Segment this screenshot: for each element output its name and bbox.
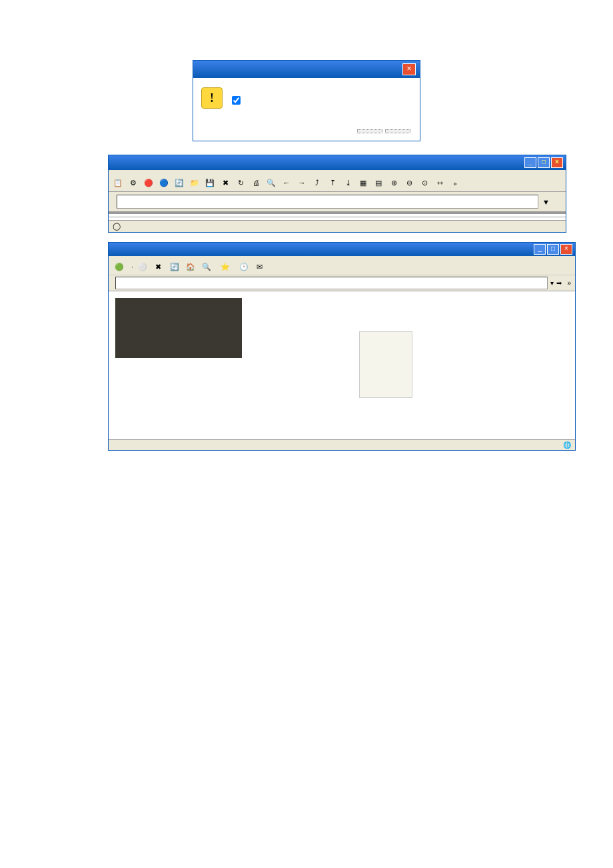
filter-bar: ▼ xyxy=(109,192,566,212)
ethereal-toolbar[interactable]: 📋 ⚙ 🔴 🔵 🔄 📁 💾 ✖ ↻ 🖨 🔍 ← → ⤴ ⤒ ⤓ ▦ ▤ ⊕ ⊖ … xyxy=(109,174,566,192)
more-icon[interactable]: » xyxy=(448,176,462,189)
ie-statusbar xyxy=(109,439,575,450)
maximize-icon[interactable]: □ xyxy=(547,244,559,255)
find-icon[interactable]: 🔍 xyxy=(265,176,278,189)
status-left: ◯ xyxy=(113,222,121,231)
zoomin-icon[interactable]: ⊕ xyxy=(387,176,400,189)
favorites-icon[interactable]: ⭐ xyxy=(219,260,232,273)
mail-icon[interactable]: ✉ xyxy=(253,260,267,273)
options-icon[interactable]: ⚙ xyxy=(127,176,140,189)
goto-icon[interactable]: ⤴ xyxy=(310,176,324,189)
first-icon[interactable]: ⤒ xyxy=(326,176,339,189)
search-icon[interactable]: 🔍 xyxy=(200,260,213,273)
ie-addressbar: ▾ ➡ » xyxy=(109,275,575,291)
stop-icon[interactable]: ✖ xyxy=(152,260,165,273)
address-input[interactable] xyxy=(115,277,548,289)
filter-input[interactable] xyxy=(117,195,538,209)
zoomout-icon[interactable]: ⊖ xyxy=(402,176,416,189)
home-icon[interactable]: 🏠 xyxy=(184,260,197,273)
refresh-icon[interactable]: 🔄 xyxy=(168,260,181,273)
delete-files-dialog: × ! xyxy=(193,60,420,141)
open-icon[interactable]: 📁 xyxy=(188,176,201,189)
minimize-icon[interactable]: _ xyxy=(524,157,536,168)
zone-text xyxy=(563,441,571,449)
hero-image xyxy=(115,298,242,358)
forward-icon[interactable]: → xyxy=(295,176,308,189)
resize-icon[interactable]: ⇿ xyxy=(433,176,446,189)
ethereal-titlebar[interactable]: _ □ × xyxy=(109,155,566,170)
close-icon[interactable]: × xyxy=(551,157,563,168)
back-icon[interactable]: 🟢 xyxy=(113,260,126,273)
back-icon[interactable]: ← xyxy=(280,176,293,189)
close-icon[interactable]: × xyxy=(402,63,416,75)
dialog-titlebar[interactable]: × xyxy=(193,61,420,78)
ie-content[interactable] xyxy=(109,291,575,439)
close-file-icon[interactable]: ✖ xyxy=(219,176,232,189)
colorize-icon[interactable]: ▦ xyxy=(356,176,370,189)
minimize-icon[interactable]: _ xyxy=(534,244,546,255)
reload-icon[interactable]: ↻ xyxy=(234,176,247,189)
ie-titlebar[interactable]: _ □ × xyxy=(109,243,575,256)
zoom100-icon[interactable]: ⊙ xyxy=(418,176,431,189)
print-icon[interactable]: 🖨 xyxy=(249,176,263,189)
forward-icon[interactable]: ⚪ xyxy=(136,260,149,273)
last-icon[interactable]: ⤓ xyxy=(341,176,354,189)
ethereal-statusbar: ◯ xyxy=(109,220,566,232)
cancel-button[interactable] xyxy=(385,129,410,133)
dialog-body: ! xyxy=(193,78,420,118)
book-image xyxy=(359,331,412,398)
ie-window: _ □ × 🟢 · ⚪ ✖ 🔄 🏠 🔍 ⭐ 🕒 ✉ ▾ ➡ » xyxy=(108,242,576,451)
stop-icon[interactable]: 🔵 xyxy=(157,176,171,189)
ethereal-window: _ □ × 📋 ⚙ 🔴 🔵 🔄 📁 💾 ✖ ↻ 🖨 🔍 ← → ⤴ ⤒ ⤓ ▦ … xyxy=(108,155,566,233)
save-icon[interactable]: 💾 xyxy=(203,176,217,189)
go-button[interactable]: ➡ xyxy=(556,279,562,287)
history-icon[interactable]: 🕒 xyxy=(237,260,251,273)
autoscroll-icon[interactable]: ▤ xyxy=(372,176,385,189)
ok-button[interactable] xyxy=(357,129,382,133)
start-icon[interactable]: 🔴 xyxy=(142,176,155,189)
window-buttons: _ □ × xyxy=(524,157,563,168)
restart-icon[interactable]: 🔄 xyxy=(173,176,186,189)
ie-toolbar[interactable]: 🟢 · ⚪ ✖ 🔄 🏠 🔍 ⭐ 🕒 ✉ xyxy=(109,259,575,275)
warning-icon: ! xyxy=(201,87,223,109)
close-icon[interactable]: × xyxy=(560,244,572,255)
maximize-icon[interactable]: □ xyxy=(538,157,550,168)
delete-offline-checkbox[interactable] xyxy=(232,96,241,105)
interfaces-icon[interactable]: 📋 xyxy=(111,176,125,189)
